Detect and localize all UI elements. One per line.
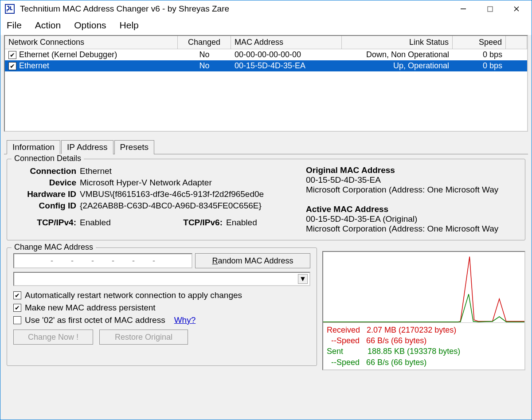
change-mac-group: Change MAC Address ------ Random MAC Add… xyxy=(7,247,317,366)
menu-action[interactable]: Action xyxy=(35,20,61,31)
auto-restart-checkbox[interactable]: ✔ xyxy=(13,291,21,299)
value-cfgid: {2A26AB8B-C63D-4BC0-A96D-8345FE0C656E} xyxy=(80,201,297,211)
minimize-button[interactable] xyxy=(450,1,477,17)
persistent-checkbox[interactable]: ✔ xyxy=(13,304,21,312)
persistent-label: Make new MAC address persistent xyxy=(25,303,156,313)
window-title: Technitium MAC Address Changer v6 - by S… xyxy=(20,4,450,14)
label-ipv4: TCP/IPv4: xyxy=(13,218,80,228)
row-speed: 0 bps xyxy=(453,49,506,60)
header-name[interactable]: Network Connections xyxy=(5,36,178,49)
change-now-button[interactable]: Change Now ! xyxy=(13,330,93,345)
label-connection: Connection xyxy=(13,166,80,176)
sent-value: 188.85 KB (193378 bytes) xyxy=(368,347,460,356)
row-name: Ethernet xyxy=(19,61,49,71)
sent-speed-label: --Speed xyxy=(331,358,360,367)
header-mac[interactable]: MAC Address xyxy=(231,36,342,49)
svg-rect-2 xyxy=(488,7,493,12)
titlebar: Technitium MAC Address Changer v6 - by S… xyxy=(0,0,532,17)
row-link: Down, Non Operational xyxy=(342,49,453,60)
connections-list[interactable]: Network Connections Changed MAC Address … xyxy=(4,35,528,132)
graph-area xyxy=(323,252,524,322)
list-row[interactable]: ✔ Ethernet (Kernel Debugger) No 00-00-00… xyxy=(5,49,527,60)
change-mac-legend: Change MAC Address xyxy=(12,243,96,252)
app-window: Technitium MAC Address Changer v6 - by S… xyxy=(0,0,532,420)
row-checkbox[interactable]: ✔ xyxy=(8,62,16,70)
active-mac-vendor: Microsoft Corporation (Address: One Micr… xyxy=(306,224,519,234)
label-cfgid: Config ID xyxy=(13,201,80,211)
row-mac: 00-15-5D-4D-35-EA xyxy=(231,60,342,71)
svg-rect-0 xyxy=(5,4,14,13)
label-hwid: Hardware ID xyxy=(13,189,80,199)
row-link: Up, Operational xyxy=(342,60,453,71)
recv-speed-label: --Speed xyxy=(331,336,360,345)
sent-speed: 66 B/s (66 bytes) xyxy=(366,358,426,367)
value-connection: Ethernet xyxy=(80,166,297,176)
original-mac-head: Original MAC Address xyxy=(306,165,519,175)
row-changed: No xyxy=(178,49,231,60)
list-header: Network Connections Changed MAC Address … xyxy=(5,36,527,49)
original-mac-value: 00-15-5D-4D-35-EA xyxy=(306,175,519,185)
value-ipv4: Enabled xyxy=(80,218,168,228)
use02-checkbox[interactable] xyxy=(13,316,21,324)
menu-options[interactable]: Options xyxy=(74,20,106,31)
content-area: Network Connections Changed MAC Address … xyxy=(0,35,532,420)
graph-stats: Received 2.07 MB (2170232 bytes) --Speed… xyxy=(323,322,524,369)
connection-details-legend: Connection Details xyxy=(12,154,84,163)
menu-file[interactable]: File xyxy=(7,20,22,31)
mac-input[interactable]: ------ xyxy=(13,253,192,268)
label-device: Device xyxy=(13,178,80,188)
row-checkbox[interactable]: ✔ xyxy=(8,51,16,59)
header-spacer xyxy=(506,36,527,49)
chevron-down-icon: ▼ xyxy=(298,274,308,284)
active-mac-head: Active MAC Address xyxy=(306,204,519,214)
close-button[interactable] xyxy=(503,1,530,17)
connection-details-group: Connection Details Connection Ethernet D… xyxy=(7,159,525,240)
window-buttons xyxy=(450,1,530,17)
header-link[interactable]: Link Status xyxy=(342,36,453,49)
value-ipv6: Enabled xyxy=(226,218,297,228)
vendor-combo[interactable]: ▼ xyxy=(13,272,310,286)
recv-label: Received xyxy=(327,326,360,334)
tab-ipaddress[interactable]: IP Address xyxy=(61,140,113,154)
random-mac-button[interactable]: Random MAC Address xyxy=(195,253,310,268)
tab-body: Connection Details Connection Ethernet D… xyxy=(4,154,528,416)
why-link[interactable]: Why? xyxy=(174,315,196,325)
row-name: Ethernet (Kernel Debugger) xyxy=(19,50,117,59)
traffic-graph: Received 2.07 MB (2170232 bytes) --Speed… xyxy=(322,251,525,370)
row-speed: 0 bps xyxy=(453,60,506,71)
row-changed: No xyxy=(178,60,231,71)
list-row[interactable]: ✔ Ethernet No 00-15-5D-4D-35-EA Up, Oper… xyxy=(5,60,527,71)
value-device: Microsoft Hyper-V Network Adapter xyxy=(80,178,297,188)
menu-help[interactable]: Help xyxy=(120,20,139,31)
tab-presets[interactable]: Presets xyxy=(114,140,154,154)
maximize-button[interactable] xyxy=(477,1,503,17)
value-hwid: VMBUS\{f8615163-df3e-46c5-913f-f2d2f965e… xyxy=(80,189,297,199)
tabs: Information IP Address Presets xyxy=(4,140,528,154)
recv-speed: 66 B/s (66 bytes) xyxy=(366,336,426,345)
active-mac-value: 00-15-5D-4D-35-EA (Original) xyxy=(306,214,519,224)
use02-label: Use '02' as first octet of MAC address xyxy=(25,315,165,325)
header-changed[interactable]: Changed xyxy=(178,36,231,49)
original-mac-vendor: Microsoft Corporation (Address: One Micr… xyxy=(306,185,519,195)
auto-restart-label: Automatically restart network connection… xyxy=(25,290,242,300)
sent-label: Sent xyxy=(327,347,343,356)
label-ipv6: TCP/IPv6: xyxy=(168,218,226,228)
recv-value: 2.07 MB (2170232 bytes) xyxy=(367,326,456,334)
restore-original-button[interactable]: Restore Original xyxy=(99,330,188,345)
app-icon xyxy=(4,3,16,15)
tab-information[interactable]: Information xyxy=(7,140,60,154)
row-mac: 00-00-00-00-00-00 xyxy=(231,49,342,60)
menubar: File Action Options Help xyxy=(0,17,532,35)
header-speed[interactable]: Speed xyxy=(453,36,506,49)
